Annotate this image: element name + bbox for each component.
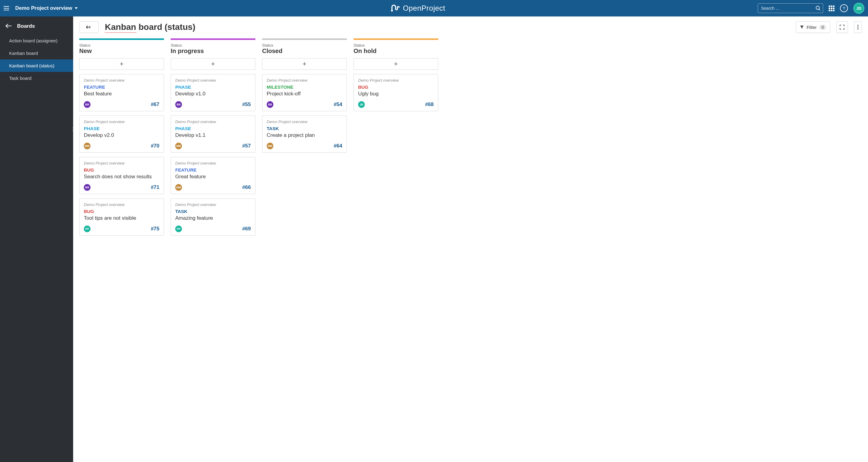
assignee-avatar[interactable]: BB <box>267 101 273 108</box>
sidebar-items: Action board (assignee)Kanban boardKanba… <box>0 34 73 85</box>
column-title: On hold <box>353 48 438 55</box>
project-selector[interactable]: Demo Project overview <box>15 5 78 11</box>
search-input[interactable] <box>758 3 823 13</box>
more-menu-button[interactable] <box>854 21 862 33</box>
add-card-button[interactable]: + <box>262 58 347 70</box>
back-button[interactable] <box>79 21 99 33</box>
work-package-card[interactable]: Demo Project overviewMILESTONEProject ki… <box>262 74 347 111</box>
board-column: StatusOn hold+Demo Project overviewBUGUg… <box>353 38 438 240</box>
sidebar-item[interactable]: Kanban board (status) <box>0 59 73 72</box>
work-package-card[interactable]: Demo Project overviewFEATUREBest feature… <box>79 74 164 111</box>
topbar-left: Demo Project overview <box>4 5 78 12</box>
assignee-avatar[interactable]: BB <box>175 101 182 108</box>
card-id[interactable]: #67 <box>151 101 159 107</box>
expand-icon <box>840 25 844 30</box>
work-package-card[interactable]: Demo Project overviewBUGUgly bugJD#68 <box>353 74 438 111</box>
card-type: FEATURE <box>84 85 159 90</box>
card-project: Demo Project overview <box>84 78 159 83</box>
filter-button[interactable]: Filter 0 <box>796 21 830 33</box>
add-card-button[interactable]: + <box>79 58 164 70</box>
column-title: In progress <box>171 48 255 55</box>
sidebar-header: Boards <box>0 17 73 34</box>
hamburger-icon[interactable] <box>4 5 11 12</box>
svg-point-3 <box>857 25 859 26</box>
help-icon[interactable]: ? <box>840 4 848 12</box>
work-package-card[interactable]: Demo Project overviewBUGTool tips are no… <box>79 198 164 236</box>
work-package-card[interactable]: Demo Project overviewBUGSearch does not … <box>79 157 164 194</box>
column-label: Status <box>171 43 255 48</box>
work-package-card[interactable]: Demo Project overviewTASKAmazing feature… <box>171 198 255 236</box>
add-card-button[interactable]: + <box>353 58 438 70</box>
card-type: FEATURE <box>175 167 251 173</box>
layout: Boards Action board (assignee)Kanban boa… <box>0 17 868 462</box>
board-title[interactable]: Kanban board (status) <box>105 22 195 32</box>
card-project: Demo Project overview <box>84 120 159 124</box>
svg-point-4 <box>857 27 859 28</box>
board-column: StatusClosed+Demo Project overviewMILEST… <box>262 38 347 240</box>
assignee-avatar[interactable]: MM <box>175 143 182 149</box>
assignee-avatar[interactable]: MM <box>175 184 182 191</box>
filter-icon <box>800 25 804 29</box>
card-subject: Amazing feature <box>175 215 251 221</box>
work-package-card[interactable]: Demo Project overviewPHASEDevelop v1.0BB… <box>171 74 255 111</box>
card-id[interactable]: #68 <box>425 101 434 107</box>
card-subject: Develop v1.0 <box>175 91 251 97</box>
search-icon[interactable] <box>815 6 821 11</box>
card-footer: JD#68 <box>358 101 434 108</box>
card-type: BUG <box>84 209 159 214</box>
card-type: BUG <box>358 85 434 90</box>
card-project: Demo Project overview <box>175 120 251 124</box>
card-id[interactable]: #66 <box>242 184 251 190</box>
add-card-button[interactable]: + <box>171 58 255 70</box>
sidebar-resize-handle[interactable]: ⋮ <box>71 123 74 135</box>
assignee-avatar[interactable]: PP <box>175 225 182 232</box>
back-nav-icon <box>86 25 92 29</box>
svg-point-0 <box>391 10 393 11</box>
card-id[interactable]: #69 <box>242 226 251 232</box>
card-type: TASK <box>267 126 342 131</box>
card-id[interactable]: #57 <box>242 143 251 149</box>
card-footer: BB#71 <box>84 184 159 191</box>
assignee-avatar[interactable]: MM <box>84 143 91 149</box>
user-avatar[interactable]: JD <box>854 3 864 14</box>
fullscreen-button[interactable] <box>836 21 848 33</box>
svg-line-2 <box>819 9 820 10</box>
card-footer: MM#70 <box>84 143 159 149</box>
card-type: PHASE <box>84 126 159 131</box>
apps-grid-icon[interactable] <box>829 5 835 11</box>
card-id[interactable]: #55 <box>242 101 251 107</box>
card-id[interactable]: #75 <box>151 226 159 232</box>
assignee-avatar[interactable]: JD <box>358 101 365 108</box>
assignee-avatar[interactable]: MM <box>267 143 273 149</box>
work-package-card[interactable]: Demo Project overviewTASKCreate a projec… <box>262 116 347 153</box>
assignee-avatar[interactable]: PP <box>84 225 91 232</box>
card-project: Demo Project overview <box>267 78 342 83</box>
back-arrow-icon[interactable] <box>5 23 11 30</box>
sidebar-item[interactable]: Action board (assignee) <box>0 34 73 47</box>
card-id[interactable]: #71 <box>151 184 159 190</box>
project-title-text: Demo Project overview <box>15 5 72 11</box>
work-package-card[interactable]: Demo Project overviewFEATUREGreat featur… <box>171 157 255 194</box>
topbar-right: ? JD <box>758 3 864 14</box>
card-subject: Develop v2.0 <box>84 132 159 138</box>
topbar-center: OpenProject <box>78 4 758 12</box>
card-subject: Search does not show results <box>84 174 159 180</box>
board-column: StatusNew+Demo Project overviewFEATUREBe… <box>79 38 164 240</box>
assignee-avatar[interactable]: BB <box>84 101 91 108</box>
card-subject: Develop v1.1 <box>175 132 251 138</box>
work-package-card[interactable]: Demo Project overviewPHASEDevelop v1.1MM… <box>171 116 255 153</box>
card-subject: Tool tips are not visible <box>84 215 159 221</box>
card-subject: Project kick-off <box>267 91 342 97</box>
card-footer: BB#54 <box>267 101 342 108</box>
logo-icon <box>390 4 401 12</box>
sidebar: Boards Action board (assignee)Kanban boa… <box>0 17 73 462</box>
card-subject: Best feature <box>84 91 159 97</box>
sidebar-title: Boards <box>17 23 35 29</box>
sidebar-item[interactable]: Task board <box>0 72 73 85</box>
card-id[interactable]: #54 <box>334 101 342 107</box>
work-package-card[interactable]: Demo Project overviewPHASEDevelop v2.0MM… <box>79 116 164 153</box>
card-id[interactable]: #70 <box>151 143 159 149</box>
sidebar-item[interactable]: Kanban board <box>0 47 73 59</box>
card-id[interactable]: #64 <box>334 143 342 149</box>
assignee-avatar[interactable]: BB <box>84 184 91 191</box>
